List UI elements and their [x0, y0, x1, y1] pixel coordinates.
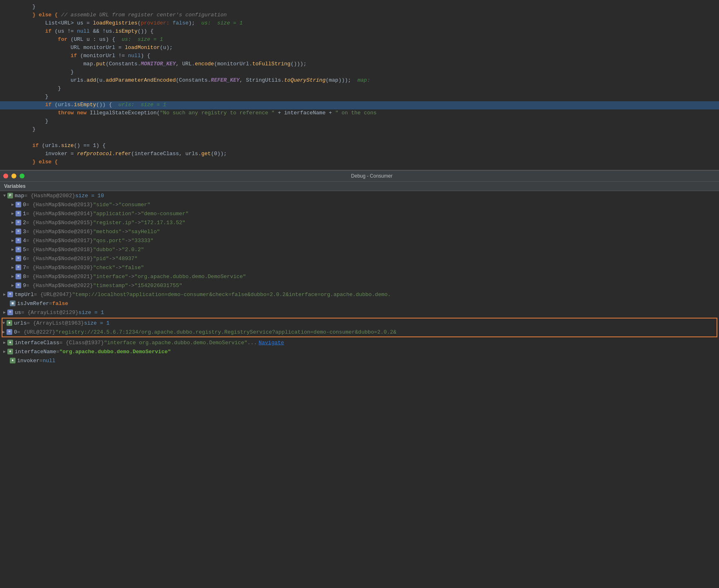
expand-arrow-map-7[interactable]: ▶	[11, 265, 14, 270]
var-icon-urls-0: =	[7, 329, 12, 335]
var-icon-interfaceclass: ♦	[7, 340, 13, 345]
var-icon-map-8: =	[16, 274, 21, 279]
var-map-9: ▶ = 9 = {HashMap$Node@2022} "timestamp" …	[0, 281, 719, 290]
debug-bar: Debug - Consumer	[0, 170, 719, 182]
code-line-5: for (URL u : us) { us: size = 1	[0, 36, 719, 44]
var-icon-map-9: =	[16, 283, 21, 288]
code-line-20: } else {	[0, 158, 719, 167]
var-us: ▶ = us = {ArrayList@2129} size = 1	[0, 308, 719, 317]
var-icon-urls: ♦	[7, 320, 12, 326]
variables-panel: Variables ▼ P map = {HashMap@2002} size …	[0, 182, 719, 365]
var-tmpurl: ▶ = tmpUrl = {URL@2047} "temp://localhos…	[0, 290, 719, 299]
code-line-15: }	[0, 118, 719, 126]
expand-arrow-interfacename[interactable]: ▶	[3, 349, 6, 354]
var-interfaceclass: ▶ ♦ interfaceClass = {Class@1937} "inter…	[0, 338, 719, 347]
var-icon-map-2: =	[16, 220, 21, 225]
code-line-8: map.put(Constants.MONITOR_KEY, URL.encod…	[0, 60, 719, 69]
var-map-4: ▶ = 4 = {HashMap$Node@2017} "qos.port" -…	[0, 236, 719, 245]
var-map-3: ▶ = 3 = {HashMap$Node@2016} "methods" ->…	[0, 227, 719, 236]
var-map-5: ▶ = 5 = {HashMap$Node@2018} "dubbo" -> "…	[0, 245, 719, 254]
expand-arrow-interfaceclass[interactable]: ▶	[3, 340, 6, 345]
code-line-2: } else { // assemble URL from register c…	[0, 11, 719, 20]
code-line-10: urls.add(u.addParameterAndEncoded(Consta…	[0, 77, 719, 85]
var-map-1: ▶ = 1 = {HashMap$Node@2014} "application…	[0, 209, 719, 218]
code-line-17	[0, 134, 719, 142]
expand-arrow-map-8[interactable]: ▶	[11, 274, 14, 279]
expand-arrow-map-6[interactable]: ▶	[11, 256, 14, 261]
var-icon-us: =	[7, 310, 13, 315]
code-editor: } } else { // assemble URL from register…	[0, 0, 719, 170]
var-icon-map-4: =	[16, 238, 21, 243]
expand-arrow-map-9[interactable]: ▶	[11, 283, 14, 288]
expand-arrow-map-5[interactable]: ▶	[11, 247, 14, 252]
code-line-7: if (monitorUrl != null) {	[0, 52, 719, 60]
minimize-dot[interactable]	[11, 174, 16, 178]
code-line-6: URL monitorUrl = loadMonitor(u);	[0, 44, 719, 52]
code-line-14: throw new IllegalStateException("No such…	[0, 109, 719, 118]
variables-header: Variables	[0, 182, 719, 191]
var-invoker: ♦ invoker = null	[0, 356, 719, 365]
var-icon-map: P	[7, 193, 13, 198]
var-icon-map-5: =	[16, 247, 21, 252]
navigate-link-interfaceclass[interactable]: Navigate	[259, 340, 284, 346]
var-map-7: ▶ = 7 = {HashMap$Node@2020} "check" -> "…	[0, 263, 719, 272]
var-icon-map-1: =	[16, 211, 21, 216]
expand-arrow-map-0[interactable]: ▶	[11, 202, 14, 207]
expand-arrow-map[interactable]: ▼	[3, 194, 6, 198]
var-map: ▼ P map = {HashMap@2002} size = 10	[0, 191, 719, 200]
var-icon-interfacename: ♦	[7, 349, 13, 354]
code-line-13: if (urls.isEmpty()) { urls: size = 1	[0, 101, 719, 109]
expand-arrow-map-1[interactable]: ▶	[11, 211, 14, 216]
code-line-18: if (urls.size() == 1) {	[0, 142, 719, 150]
var-icon-map-0: =	[16, 202, 21, 207]
var-map-6: ▶ = 6 = {HashMap$Node@2019} "pid" -> "48…	[0, 254, 719, 263]
debug-title: Debug - Consumer	[28, 173, 716, 179]
var-icon-map-7: =	[16, 265, 21, 270]
code-line-12: }	[0, 93, 719, 101]
code-line-1: }	[0, 3, 719, 11]
urls-group: ▼ ♦ urls = {ArrayList@1963} size = 1 ▶ =…	[2, 318, 717, 337]
var-icon-map-3: =	[16, 229, 21, 234]
var-icon-tmpurl: =	[7, 292, 13, 297]
var-urls: ▼ ♦ urls = {ArrayList@1963} size = 1	[2, 318, 717, 327]
code-line-11: }	[0, 85, 719, 93]
var-icon-isjvmrefer: ▣	[10, 301, 16, 306]
expand-arrow-map-4[interactable]: ▶	[11, 238, 14, 243]
code-line-9: }	[0, 69, 719, 77]
var-map-8: ▶ = 8 = {HashMap$Node@2021} "interface" …	[0, 272, 719, 281]
expand-arrow-map-3[interactable]: ▶	[11, 229, 14, 234]
expand-arrow-urls[interactable]: ▼	[2, 321, 5, 325]
var-icon-map-6: =	[16, 256, 21, 261]
var-map-0: ▶ = 0 = {HashMap$Node@2013} "side" -> "c…	[0, 200, 719, 209]
var-isjvmrefer: ▣ isJvmRefer = false	[0, 299, 719, 308]
expand-arrow-tmpurl[interactable]: ▶	[3, 292, 6, 297]
code-line-16: }	[0, 126, 719, 134]
code-line-3: List<URL> us = loadRegistries(provider: …	[0, 20, 719, 28]
expand-arrow-us[interactable]: ▶	[3, 310, 6, 315]
var-urls-0: ▶ = 0 = {URL@2227} "registry://224.5.6.7…	[2, 327, 717, 336]
expand-arrow-map-2[interactable]: ▶	[11, 220, 14, 225]
maximize-dot[interactable]	[20, 174, 25, 178]
code-line-4: if (us != null && !us.isEmpty()) {	[0, 28, 719, 36]
var-map-2: ▶ = 2 = {HashMap$Node@2015} "register.ip…	[0, 218, 719, 227]
expand-arrow-urls-0[interactable]: ▶	[2, 330, 5, 334]
var-interfacename: ▶ ♦ interfaceName = "org.apache.dubbo.de…	[0, 347, 719, 356]
close-dot[interactable]	[3, 174, 8, 178]
var-icon-invoker: ♦	[10, 358, 16, 363]
code-line-19: invoker = refprotocol.refer(interfaceCla…	[0, 150, 719, 158]
